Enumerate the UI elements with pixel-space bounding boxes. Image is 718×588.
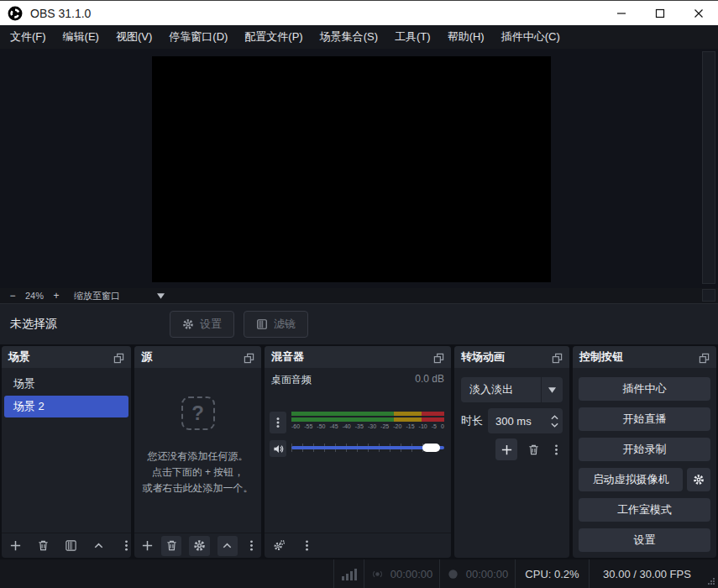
menu-help[interactable]: 帮助(H)	[439, 25, 493, 49]
statusbar: 00:00:00 00:00:00 CPU: 0.2% 30.00 / 30.0…	[0, 559, 718, 588]
volume-slider-handle[interactable]	[422, 444, 440, 452]
remove-source-icon[interactable]	[161, 536, 181, 556]
meter-channel-right	[291, 417, 444, 422]
mixer-toolbar	[265, 533, 451, 558]
zoom-in-button[interactable]: +	[50, 290, 62, 302]
resize-grip[interactable]	[705, 559, 718, 588]
volume-meter: -60-55 -50-45 -40-35 -30-25 -20-15 -10-5…	[291, 412, 444, 429]
popout-icon[interactable]	[552, 352, 563, 363]
settings-button[interactable]: 设置	[579, 528, 710, 552]
record-status-icon	[447, 568, 459, 580]
mixer-channel: 桌面音频 0.0 dB -60-55 -50-45 -40-35 -30-25 …	[265, 368, 451, 558]
preview-zoom-bar: − 24% + 缩放至窗口	[0, 288, 718, 303]
scenes-title: 场景	[8, 349, 30, 365]
mute-toggle-speaker-icon[interactable]	[270, 440, 286, 457]
duration-value: 300 ms	[488, 415, 532, 428]
menu-plugin-center[interactable]: 插件中心(C)	[493, 25, 569, 49]
start-recording-button[interactable]: 开始录制	[579, 438, 710, 461]
menu-tools[interactable]: 工具(T)	[386, 25, 439, 49]
move-scene-up-icon[interactable]	[92, 539, 105, 552]
controls-panel-header[interactable]: 控制按钮	[573, 346, 716, 368]
chevron-down-icon	[541, 377, 563, 402]
filter-icon	[256, 318, 268, 330]
sources-panel: 源 ? 您还没有添加任何源。 点击下面的 + 按钮， 或者右击此处添加一个。	[134, 346, 261, 558]
source-properties-icon[interactable]	[189, 536, 209, 556]
titlebar: OBS 31.1.0	[0, 0, 718, 25]
volume-slider[interactable]	[291, 443, 444, 453]
source-properties-button[interactable]: 设置	[170, 311, 234, 338]
popout-icon[interactable]	[244, 352, 254, 363]
transition-duration-row: 时长 300 ms	[461, 408, 563, 433]
add-source-icon[interactable]	[141, 539, 154, 552]
stream-status-icon	[371, 568, 384, 580]
popout-icon[interactable]	[433, 352, 444, 363]
add-transition-icon[interactable]	[495, 438, 517, 460]
sources-panel-header[interactable]: 源	[134, 346, 261, 368]
zoom-out-button[interactable]: −	[7, 290, 18, 302]
start-streaming-button[interactable]: 开始直播	[579, 407, 710, 431]
maximize-button[interactable]	[641, 1, 679, 25]
volume-slider-track[interactable]	[291, 446, 444, 449]
menubar: 文件(F) 编辑(E) 视图(V) 停靠窗口(D) 配置文件(P) 场景集合(S…	[0, 25, 718, 49]
zoom-mode-dropdown-arrow-icon[interactable]	[157, 291, 165, 301]
spinner-up-icon[interactable]	[551, 415, 558, 420]
mixer-toolbar-menu-icon[interactable]	[301, 539, 313, 552]
transitions-panel-header[interactable]: 转场动画	[454, 346, 569, 368]
meter-channel-left	[291, 412, 444, 416]
add-scene-icon[interactable]	[9, 539, 22, 552]
sources-toolbar-menu-icon[interactable]	[245, 539, 258, 552]
spinner-down-icon[interactable]	[551, 423, 558, 428]
menu-edit[interactable]: 编辑(E)	[55, 25, 107, 49]
minimize-button[interactable]	[602, 1, 641, 25]
plugin-center-button[interactable]: 插件中心	[579, 377, 710, 401]
window-title: OBS 31.1.0	[30, 7, 91, 20]
scenes-panel: 场景 场景 场景 2	[2, 346, 131, 558]
sources-toolbar	[134, 533, 261, 558]
scene-item-selected[interactable]: 场景 2	[4, 396, 128, 417]
question-mark-icon: ?	[181, 396, 215, 430]
menu-docks[interactable]: 停靠窗口(D)	[160, 25, 236, 49]
scene-item[interactable]: 场景	[4, 373, 128, 395]
record-time: 00:00:00	[466, 568, 509, 580]
sources-empty-line: 您还没有添加任何源。	[134, 449, 261, 465]
preview-area[interactable]	[0, 49, 718, 288]
studio-mode-button[interactable]: 工作室模式	[579, 498, 710, 522]
scenes-panel-header[interactable]: 场景	[2, 346, 131, 368]
menu-file[interactable]: 文件(F)	[2, 25, 55, 49]
source-filters-button[interactable]: 滤镜	[244, 311, 308, 338]
remove-scene-icon[interactable]	[37, 539, 50, 552]
menu-scene-collection[interactable]: 场景集合(S)	[312, 25, 386, 49]
menu-view[interactable]: 视图(V)	[107, 25, 160, 49]
scenes-toolbar-menu-icon[interactable]	[120, 539, 131, 552]
scene-filters-icon[interactable]	[65, 539, 77, 552]
popout-icon[interactable]	[699, 352, 710, 363]
record-timer-section: 00:00:00	[439, 559, 515, 588]
transition-select[interactable]: 淡入淡出	[461, 377, 563, 402]
sources-empty-state: ? 您还没有添加任何源。 点击下面的 + 按钮， 或者右击此处添加一个。	[134, 396, 261, 496]
popout-icon[interactable]	[113, 352, 124, 363]
move-source-up-icon[interactable]	[217, 536, 238, 556]
mixer-panel: 混音器 桌面音频 0.0 dB -60-55 -50-45	[265, 346, 451, 558]
scrollbar-corner	[702, 289, 715, 302]
menu-profile[interactable]: 配置文件(P)	[236, 25, 311, 49]
duration-spinner[interactable]: 300 ms	[488, 408, 563, 433]
preview-vertical-scrollbar[interactable]	[702, 51, 715, 284]
transitions-title: 转场动画	[461, 349, 505, 365]
transition-menu-icon[interactable]	[550, 444, 563, 456]
preview-canvas[interactable]	[152, 56, 551, 282]
duration-label: 时长	[461, 413, 483, 428]
close-button[interactable]	[679, 1, 718, 25]
scenes-toolbar	[2, 533, 131, 558]
dock-area: 场景 场景 场景 2	[0, 344, 718, 559]
audio-source-name: 桌面音频	[271, 373, 312, 387]
source-filters-label: 滤镜	[274, 317, 296, 332]
signal-bars-icon	[341, 568, 358, 580]
virtual-camera-settings-gear-icon[interactable]	[687, 468, 710, 491]
advanced-audio-gears-icon[interactable]	[273, 539, 286, 552]
remove-transition-icon[interactable]	[527, 444, 540, 456]
meter-scale: -60-55 -50-45 -40-35 -30-25 -20-15 -10-5…	[291, 423, 444, 429]
channel-menu-icon[interactable]	[270, 412, 286, 433]
mixer-panel-header[interactable]: 混音器	[265, 346, 451, 368]
start-virtual-camera-button[interactable]: 启动虚拟摄像机	[579, 468, 683, 491]
zoom-mode-label[interactable]: 缩放至窗口	[74, 290, 120, 302]
